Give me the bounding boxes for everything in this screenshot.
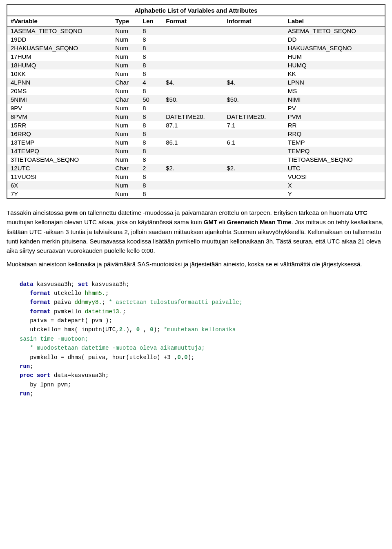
table-cell: Char (112, 164, 139, 172)
table-cell: RR (285, 121, 385, 129)
table-cell (163, 69, 223, 78)
table-row: 20MSNum8MS (7, 87, 385, 95)
table-cell (163, 26, 223, 35)
col-len: Len (139, 16, 163, 26)
table-cell: 20MS (7, 87, 112, 95)
table-cell: DD (285, 35, 385, 44)
table-cell: HUMQ (285, 61, 385, 69)
table-cell (223, 172, 284, 181)
table-cell: PV (285, 104, 385, 112)
table-cell: ASEMA_TIETO_SEQNO (285, 26, 385, 35)
table-row: 13TEMPNum886.16.1TEMP (7, 138, 385, 147)
table-cell (163, 104, 223, 112)
table-cell: $50. (163, 95, 223, 104)
table-cell (223, 87, 284, 95)
table-cell (223, 147, 284, 155)
table-cell: 5NIMI (7, 95, 112, 104)
code-line-2: format utckello hhmm5.; (20, 289, 385, 298)
table-cell: 8 (139, 69, 163, 78)
table-cell: 8 (139, 129, 163, 138)
code-line-13: run; (20, 389, 385, 398)
table-cell: 10KK (7, 69, 112, 78)
table-cell: $50. (223, 95, 284, 104)
table-cell: Num (112, 61, 139, 69)
table-cell (223, 26, 284, 35)
code-line-6: utckello= hms( inputn(UTC,2.), 0 , 0); *… (20, 325, 385, 334)
table-cell (163, 147, 223, 155)
table-cell (223, 129, 284, 138)
table-cell: LPNN (285, 78, 385, 87)
table-cell: Num (112, 172, 139, 181)
table-cell: 8 (139, 87, 163, 95)
table-cell: 8 (139, 61, 163, 69)
table-cell: 8 (139, 172, 163, 181)
col-informat: Informat (223, 16, 284, 26)
code-line-12: by lpnn pvm; (20, 380, 385, 389)
table-cell: 11VUOSI (7, 172, 112, 181)
col-type: Type (112, 16, 139, 26)
table-row: 9PVNum8PV (7, 104, 385, 112)
table-cell (163, 87, 223, 95)
table-row: 14TEMPQNum8TEMPQ (7, 147, 385, 155)
table-row: 3TIETOASEMA_SEQNONum8TIETOASEMA_SEQNO (7, 155, 385, 164)
table-cell: Num (112, 35, 139, 44)
table-cell: 18HUMQ (7, 61, 112, 69)
table-cell: UTC (285, 164, 385, 172)
table-cell: Num (112, 138, 139, 147)
table-cell: 8PVM (7, 112, 112, 121)
table-cell: Num (112, 26, 139, 35)
prose-section: Tässäkin aineistossa pvm on tallennettu … (7, 208, 385, 269)
table-cell: Char (112, 78, 139, 87)
table-cell: 8 (139, 121, 163, 129)
table-cell (223, 61, 284, 69)
table-cell: Y (285, 190, 385, 198)
table-cell: $4. (223, 78, 284, 87)
table-cell (163, 155, 223, 164)
table-cell: 8 (139, 138, 163, 147)
table-cell: HUM (285, 52, 385, 61)
table-cell: 6X (7, 181, 112, 190)
table-cell: 8 (139, 112, 163, 121)
table-cell: 8 (139, 190, 163, 198)
table-cell: 16RRQ (7, 129, 112, 138)
code-line-9: pvmkello = dhms( paiva, hour(utckello) +… (20, 353, 385, 362)
table-cell: Num (112, 104, 139, 112)
table-cell: Char (112, 95, 139, 104)
table-row: 1ASEMA_TIETO_SEQNONum8ASEMA_TIETO_SEQNO (7, 26, 385, 35)
table-cell: 1ASEMA_TIETO_SEQNO (7, 26, 112, 35)
table-row: 11VUOSINum8VUOSI (7, 172, 385, 181)
table-cell: 86.1 (163, 138, 223, 147)
table-cell: HAKUASEMA_SEQNO (285, 44, 385, 52)
table-cell: RRQ (285, 129, 385, 138)
table-cell: Num (112, 44, 139, 52)
col-format: Format (163, 16, 223, 26)
table-row: 5NIMIChar50$50.$50.NIMI (7, 95, 385, 104)
table-cell (163, 52, 223, 61)
table-cell: 8 (139, 104, 163, 112)
table-cell: 8 (139, 181, 163, 190)
table-cell: MS (285, 87, 385, 95)
table-cell: 15RR (7, 121, 112, 129)
code-line-5: paiva = datepart( pvm ); (20, 316, 385, 325)
table-row: 4LPNNChar4$4.$4.LPNN (7, 78, 385, 87)
variables-table-container: Alphabetic List of Variables and Attribu… (7, 4, 385, 199)
table-cell: 6.1 (223, 138, 284, 147)
table-cell: 9PV (7, 104, 112, 112)
variables-table: #Variable Type Len Format Informat Label… (7, 16, 385, 198)
table-cell (163, 172, 223, 181)
table-cell: Num (112, 190, 139, 198)
table-cell: Num (112, 112, 139, 121)
table-cell: 4 (139, 78, 163, 87)
table-cell: $2. (223, 164, 284, 172)
table-cell: DATETIME20. (223, 112, 284, 121)
table-cell (163, 190, 223, 198)
table-cell: 2 (139, 164, 163, 172)
code-line-4: format pvmkello datetime13.; (20, 307, 385, 316)
table-cell: 2HAKUASEMA_SEQNO (7, 44, 112, 52)
col-label: Label (285, 16, 385, 26)
table-cell: Num (112, 181, 139, 190)
table-cell: 7Y (7, 190, 112, 198)
table-cell (163, 61, 223, 69)
table-cell: Num (112, 155, 139, 164)
table-title: Alphabetic List of Variables and Attribu… (7, 5, 385, 16)
